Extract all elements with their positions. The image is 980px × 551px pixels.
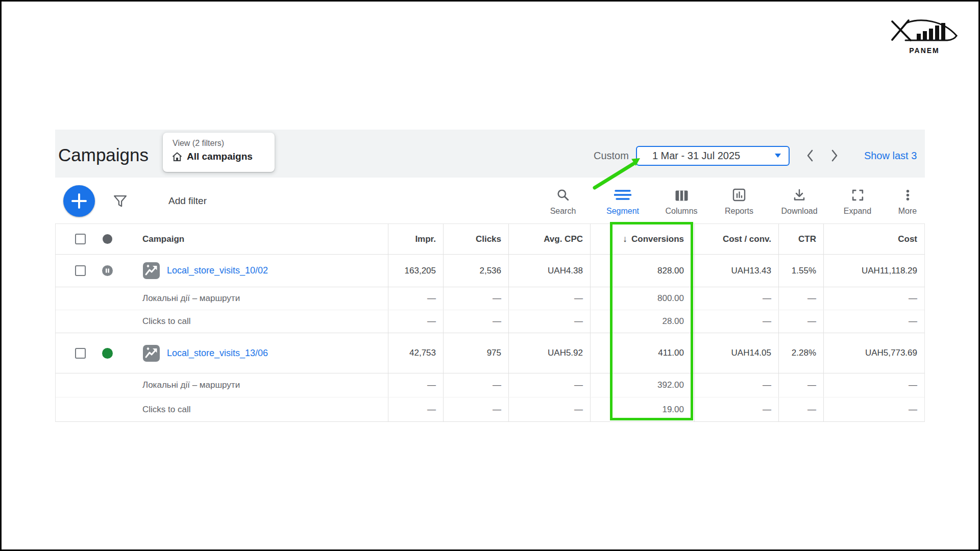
date-range-selector[interactable]: 1 Mar - 31 Jul 2025: [636, 146, 790, 166]
date-range-group: Custom 1 Mar - 31 Jul 2025 Show last 3: [594, 132, 917, 178]
cell-cost: —: [823, 397, 924, 421]
show-last-link[interactable]: Show last 3: [864, 150, 917, 162]
column-conversions[interactable]: ↓ Conversions: [590, 224, 694, 254]
campaign-link[interactable]: Local_store_visits_13/06: [167, 348, 268, 359]
cell-cost-per-conv: UAH14.05: [694, 333, 778, 373]
segment-label: Clicks to call: [142, 405, 190, 415]
cell-conversions: 411.00: [590, 333, 694, 373]
expand-icon: [851, 188, 864, 202]
columns-icon: [675, 188, 689, 202]
all-campaigns-row[interactable]: All campaigns: [172, 151, 275, 162]
cell-impr: —: [388, 373, 443, 397]
segment-label: Локальні дії – маршрути: [142, 293, 240, 304]
toolbar-segment[interactable]: Segment: [590, 188, 656, 216]
view-filters-label: View (2 filters): [173, 139, 275, 148]
cell-ctr: 1.55%: [778, 255, 823, 287]
toolbar-more[interactable]: More: [874, 188, 941, 216]
cell-ctr: —: [778, 373, 823, 397]
cell-avg-cpc: UAH4.38: [508, 255, 590, 287]
column-avg-cpc[interactable]: Avg. CPC: [508, 224, 590, 254]
toolbar-search[interactable]: Search: [530, 188, 596, 216]
cell-conversions: 19.00: [590, 397, 694, 421]
table-row-campaign-2: Local_store_visits_13/06 42,753 975 UAH5…: [56, 333, 924, 373]
column-ctr[interactable]: CTR: [778, 224, 823, 254]
more-icon: [901, 188, 914, 202]
cell-impr: 42,753: [388, 333, 443, 373]
sort-descending-icon: ↓: [623, 234, 627, 244]
column-campaign[interactable]: Campaign: [142, 234, 184, 244]
add-campaign-button[interactable]: [63, 185, 95, 217]
logo-text: PANEM: [890, 46, 959, 55]
search-icon: [556, 188, 570, 202]
cell-conversions: 828.00: [590, 255, 694, 287]
table-row-segment: Локальні дії – маршрути — — — 800.00 — —…: [56, 287, 924, 310]
date-range-value: 1 Mar - 31 Jul 2025: [652, 150, 740, 162]
status-paused-icon[interactable]: [102, 265, 113, 276]
status-circle-icon: [103, 234, 112, 244]
table-row-segment: Clicks to call — — — 28.00 — — —: [56, 310, 924, 333]
home-icon: [172, 151, 183, 162]
next-period-button[interactable]: [830, 148, 839, 163]
segment-label-cell: Локальні дії – маршрути: [56, 373, 388, 397]
cell-clicks: 2,536: [443, 255, 508, 287]
toolbar-reports[interactable]: Reports: [706, 188, 772, 216]
campaigns-table: Campaign Impr. Clicks Avg. CPC ↓ Convers…: [55, 223, 925, 422]
cell-cost-per-conv: —: [694, 373, 778, 397]
segment-label-cell: Локальні дії – маршрути: [56, 287, 388, 310]
cell-cost-per-conv: —: [694, 397, 778, 421]
segment-label-cell: Clicks to call: [56, 397, 388, 421]
add-filter-button[interactable]: Add filter: [168, 195, 207, 207]
download-icon: [793, 188, 806, 202]
cell-conversions: 392.00: [590, 373, 694, 397]
cell-avg-cpc: —: [508, 397, 590, 421]
segment-label: Clicks to call: [142, 316, 190, 327]
row-checkbox[interactable]: [75, 265, 86, 276]
cell-cost: UAH11,118.29: [823, 255, 924, 287]
segment-label-cell: Clicks to call: [56, 310, 388, 333]
segment-label: Локальні дії – маршрути: [142, 380, 240, 390]
cell-clicks: —: [443, 373, 508, 397]
cell-cost: —: [823, 373, 924, 397]
toolbar-columns[interactable]: Columns: [648, 188, 715, 216]
campaigns-panel: Campaigns View (2 filters) All campaigns…: [55, 130, 925, 422]
row-checkbox[interactable]: [75, 348, 86, 359]
column-cost[interactable]: Cost: [823, 224, 924, 254]
column-cost-per-conv[interactable]: Cost / conv.: [694, 224, 778, 254]
segment-icon: [614, 188, 631, 202]
toolbar-download[interactable]: Download: [766, 188, 832, 216]
cell-avg-cpc: —: [508, 287, 590, 310]
view-filters-popup[interactable]: View (2 filters) All campaigns: [163, 133, 275, 172]
header-campaign-cell: Campaign: [56, 224, 388, 254]
page-title: Campaigns: [58, 145, 149, 165]
campaign-link[interactable]: Local_store_visits_10/02: [167, 265, 268, 276]
column-clicks[interactable]: Clicks: [443, 224, 508, 254]
cell-impr: 163,205: [388, 255, 443, 287]
header-checkbox[interactable]: [75, 234, 86, 244]
previous-period-button[interactable]: [805, 148, 815, 163]
cell-ctr: —: [778, 287, 823, 310]
status-enabled-icon[interactable]: [102, 348, 113, 359]
campaign-type-icon: [143, 345, 160, 362]
cell-conversions: 800.00: [590, 287, 694, 310]
filter-button[interactable]: [113, 194, 127, 208]
column-impr[interactable]: Impr.: [388, 224, 443, 254]
screenshot-frame: PANEM Campaigns View (2 filters) All cam…: [0, 0, 980, 551]
cell-cost: —: [823, 287, 924, 310]
panem-fish-icon: [890, 17, 959, 43]
cell-cost: —: [823, 310, 924, 333]
cell-cost-per-conv: —: [694, 287, 778, 310]
cell-impr: —: [388, 287, 443, 310]
cell-ctr: —: [778, 310, 823, 333]
reports-icon: [732, 188, 746, 202]
cell-clicks: —: [443, 310, 508, 333]
cell-cost: UAH5,773.69: [823, 333, 924, 373]
cell-avg-cpc: —: [508, 373, 590, 397]
table-header-row: Campaign Impr. Clicks Avg. CPC ↓ Convers…: [56, 224, 924, 255]
cell-conversions: 28.00: [590, 310, 694, 333]
cell-impr: —: [388, 397, 443, 421]
toolbar: Add filter Search Segment Columns: [55, 178, 925, 223]
cell-avg-cpc: UAH5.92: [508, 333, 590, 373]
campaign-cell: Local_store_visits_13/06: [56, 333, 388, 373]
cell-clicks: —: [443, 287, 508, 310]
title-band: Campaigns View (2 filters) All campaigns…: [55, 130, 925, 178]
